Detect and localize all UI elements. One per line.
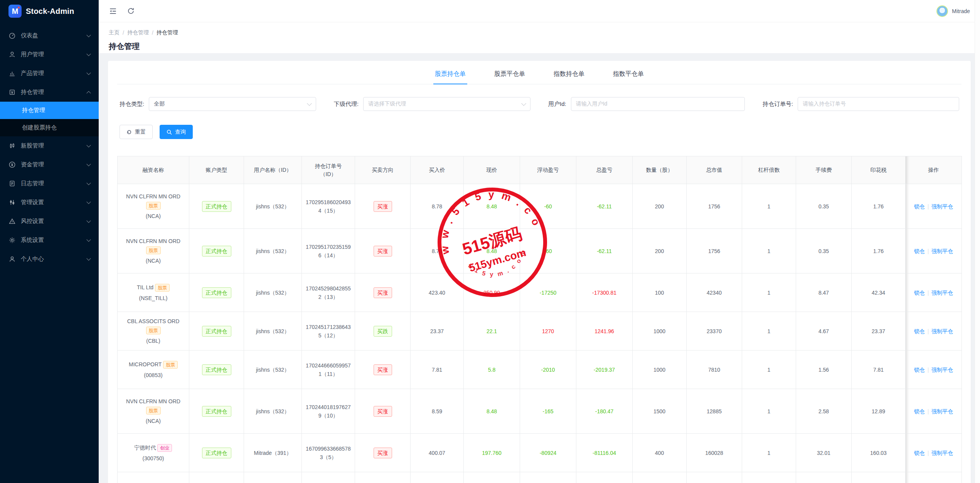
cell-name: NVN CLFRN MN ORD股票(NCA) [118,184,189,229]
lock-position-link[interactable]: 锁仓 [914,248,925,254]
table-row: CBL ASSOCITS ORD股票(CBL)正式持仓jishns（532）17… [118,312,962,351]
market-tag: 股票 [146,327,161,334]
tab-2[interactable]: 指数持仓单 [552,70,586,84]
cell-stamp-tax: 23.37 [852,312,906,351]
breadcrumb-mid[interactable]: 持仓管理 [127,29,149,36]
cell-stamp-tax: 7.81 [852,351,906,389]
chevron-down-icon [86,143,91,147]
positions-table-wrap: 融资名称账户类型用户名称（ID）持仓订单号 （ID）买卖方向买入价现价浮动盈亏总… [117,156,961,483]
cell-fee: 1.56 [796,351,852,389]
tab-3[interactable]: 指数平仓单 [611,70,645,84]
col-header-2: 用户名称（ID） [244,156,302,184]
cell-actions: 锁仓|强制平仓 [906,273,962,312]
app-logo-icon: M [8,5,22,18]
cell-market-value: 1756 [687,229,742,273]
direction-tag: 买涨 [374,287,392,298]
col-header-13: 印花税 [852,156,906,184]
sidebar-item-4[interactable]: 新股管理 [0,136,99,155]
sidebar-item-9[interactable]: 系统设置 [0,231,99,250]
cell-user: jishns（532） [244,312,302,351]
sidebar-subitem-0[interactable]: 持仓管理 [0,102,99,119]
filter-group-1: 下级代理:请选择下级代理 [334,97,530,111]
cell-market-value: 1756 [687,184,742,229]
tab-1[interactable]: 股票平仓单 [493,70,527,84]
force-close-link[interactable]: 强制平仓 [931,450,953,456]
chevron-up-icon [86,91,91,95]
cell-user: jishns（532） [244,351,302,389]
sidebar-item-10[interactable]: 个人中心 [0,250,99,268]
lock-position-link[interactable]: 锁仓 [914,450,925,456]
lock-position-link[interactable]: 锁仓 [914,290,925,296]
force-close-link[interactable]: 强制平仓 [931,328,953,334]
market-tag: 股票 [146,247,161,254]
sidebar-item-5[interactable]: 资金管理 [0,155,99,174]
chevron-down-icon [86,70,91,75]
filters: 持仓类型:全部下级代理:请选择下级代理用户Id:请输入用户Id持仓订单号:请输入… [117,97,961,111]
force-close-link[interactable]: 强制平仓 [931,367,953,373]
cell-float-pl: -222 [520,472,576,483]
cell-float-pl: -60 [520,184,576,229]
cell-current-price: 22.1 [464,312,520,351]
sidebar: M Stock-Admin 仪表盘用户管理产品管理持仓管理持仓管理创建股票持仓新… [0,0,99,483]
col-header-11: 杠杆倍数 [742,156,796,184]
force-close-link[interactable]: 强制平仓 [931,290,953,296]
collapse-sidebar-icon[interactable] [109,7,117,15]
sidebar-item-7[interactable]: 管理设置 [0,193,99,212]
cell-qty: 1500 [633,389,687,434]
cell-user: Mitrade（391） [244,434,302,472]
market-tag: 股票 [146,407,161,414]
cell-fee: 2.58 [796,389,852,434]
search-button[interactable]: 查询 [160,125,193,139]
account-tag: 正式持仓 [202,201,231,212]
lock-position-link[interactable]: 锁仓 [914,367,925,373]
account-tag: 正式持仓 [202,246,231,257]
lock-position-link[interactable]: 锁仓 [914,328,925,334]
user-menu[interactable]: Mitrade [936,5,970,17]
cell-order: 1702451712386435（12） [302,312,355,351]
cell-account: 正式持仓 [189,351,244,389]
chevron-down-icon [86,218,91,223]
refresh-icon[interactable] [126,7,135,15]
sidebar-item-2[interactable]: 产品管理 [0,64,99,83]
col-header-7: 浮动盈亏 [520,156,576,184]
cell-account: 正式持仓 [189,184,244,229]
cell-float-pl: -2010 [520,351,576,389]
lock-position-link[interactable]: 锁仓 [914,203,925,210]
tab-0[interactable]: 股票持仓单 [433,70,467,84]
cell-current-price: 250.90 [464,273,520,312]
sidebar-item-1[interactable]: 用户管理 [0,45,99,64]
force-close-link[interactable]: 强制平仓 [931,203,953,210]
cell-account: 正式持仓 [189,389,244,434]
col-header-1: 账户类型 [189,156,244,184]
filter-group-2: 用户Id:请输入用户Id [548,97,745,111]
filter-input-2[interactable]: 请输入用户Id [571,97,745,111]
force-close-link[interactable]: 强制平仓 [931,408,953,414]
chevron-down-icon [86,200,91,204]
cell-leverage: 1 [742,229,796,273]
cell-stamp-tax: 12.89 [852,389,906,434]
button-row: 重置 查询 [117,125,961,139]
cell-order: 1670996336685783（5） [302,434,355,472]
sidebar-subitem-1[interactable]: 创建股票持仓 [0,119,99,136]
sidebar-item-8[interactable]: 风控设置 [0,212,99,231]
sidebar-item-0[interactable]: 仪表盘 [0,26,99,45]
logs-icon [8,180,16,187]
browser-scrollbar[interactable] [975,0,980,483]
cell-leverage: 1 [742,434,796,472]
cell-buy-price: 23.37 [411,312,464,351]
cell-current-price: 5.8 [464,351,520,389]
filter-select-0[interactable]: 全部 [149,97,316,111]
force-close-link[interactable]: 强制平仓 [931,248,953,254]
cell-direction: 买涨 [355,434,411,472]
sidebar-item-6[interactable]: 日志管理 [0,174,99,193]
cell-market-value: 7810 [687,351,742,389]
sidebar-item-3[interactable]: 持仓管理 [0,83,99,102]
topbar: Mitrade [99,0,980,22]
filter-input-3[interactable]: 请输入持仓订单号 [798,97,959,111]
account-tag: 正式持仓 [202,406,231,417]
cell-direction: 买涨 [355,389,411,434]
lock-position-link[interactable]: 锁仓 [914,408,925,414]
reset-button[interactable]: 重置 [120,125,153,139]
breadcrumb-home[interactable]: 主页 [109,29,120,36]
filter-select-1[interactable]: 请选择下级代理 [363,97,530,111]
